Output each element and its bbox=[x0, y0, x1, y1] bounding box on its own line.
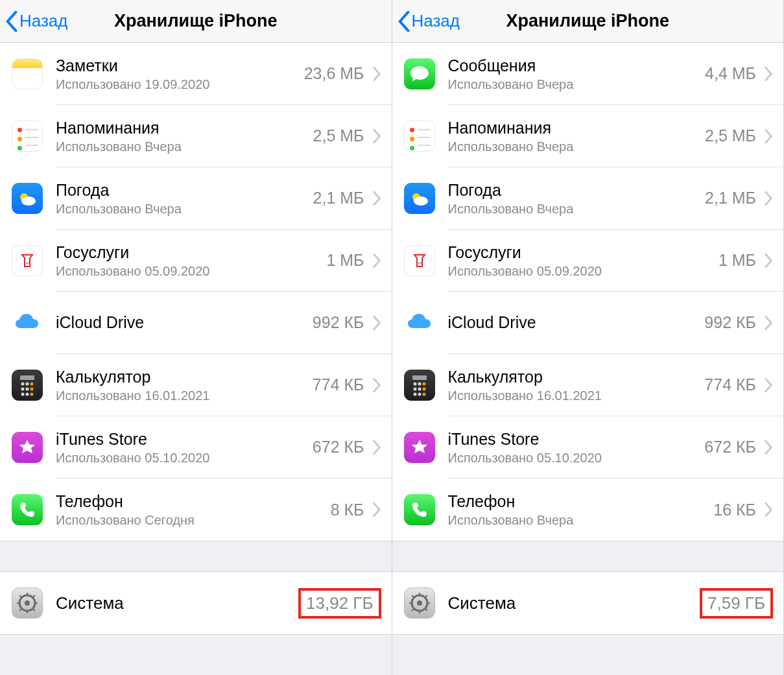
itunes-store-icon bbox=[404, 432, 435, 463]
app-last-used: Использовано Вчера bbox=[448, 201, 706, 217]
svg-point-7 bbox=[21, 388, 25, 391]
svg-line-44 bbox=[425, 595, 427, 597]
chevron-right-icon bbox=[764, 378, 773, 392]
app-storage-list: Сообщения Использовано Вчера 4,4 МБ Напо… bbox=[392, 43, 784, 541]
app-storage-list: Заметки Использовано 19.09.2020 23,6 МБ … bbox=[0, 43, 392, 541]
app-name: iTunes Store bbox=[448, 429, 705, 449]
app-row-weather[interactable]: Погода Использовано Вчера 2,1 МБ bbox=[0, 167, 392, 230]
app-row-reminders[interactable]: Напоминания Использовано Вчера 2,5 МБ bbox=[0, 105, 392, 167]
svg-point-10 bbox=[21, 393, 25, 396]
app-size: 672 КБ bbox=[313, 438, 364, 456]
highlight-annotation: 13,92 ГБ bbox=[298, 588, 381, 619]
svg-point-30 bbox=[413, 388, 416, 391]
app-last-used: Использовано 05.10.2020 bbox=[448, 450, 705, 466]
chevron-right-icon bbox=[764, 440, 773, 455]
app-row-calculator[interactable]: Калькулятор Использовано 16.01.2021 774 … bbox=[392, 354, 784, 416]
system-section: Система 7,59 ГБ bbox=[392, 572, 784, 634]
weather-icon bbox=[404, 183, 435, 214]
app-row-icloud-drive[interactable]: iCloud Drive 992 КБ bbox=[0, 292, 392, 354]
bottom-spacer bbox=[0, 634, 392, 675]
reminders-icon bbox=[12, 121, 43, 152]
app-name: Телефон bbox=[448, 491, 714, 511]
chevron-left-icon bbox=[398, 11, 410, 32]
app-size: 1 МБ bbox=[326, 251, 364, 270]
app-name: iTunes Store bbox=[56, 429, 313, 449]
system-row[interactable]: Система 13,92 ГБ bbox=[0, 572, 392, 634]
svg-point-1 bbox=[21, 196, 36, 206]
app-size: 992 КБ bbox=[704, 313, 756, 332]
bottom-spacer bbox=[392, 634, 784, 675]
settings-icon bbox=[12, 587, 43, 619]
app-last-used: Использовано Сегодня bbox=[56, 512, 331, 528]
app-row-icloud-drive[interactable]: iCloud Drive 992 КБ bbox=[392, 292, 784, 354]
back-label: Назад bbox=[412, 11, 460, 31]
svg-point-35 bbox=[422, 393, 425, 396]
app-name: Заметки bbox=[56, 56, 304, 75]
app-name: Погода bbox=[56, 180, 313, 200]
system-row[interactable]: Система 7,59 ГБ bbox=[392, 572, 784, 634]
app-last-used: Использовано Вчера bbox=[448, 77, 706, 92]
nav-header: Назад Хранилище iPhone bbox=[0, 0, 392, 43]
svg-line-21 bbox=[33, 595, 35, 597]
app-last-used: Использовано Вчера bbox=[448, 139, 706, 154]
chevron-right-icon bbox=[764, 67, 773, 81]
storage-pane-right: Назад Хранилище iPhone Сообщения Использ… bbox=[392, 0, 785, 675]
svg-point-33 bbox=[413, 393, 416, 396]
app-name: Госуслуги bbox=[56, 243, 326, 262]
gosuslugi-icon: гос bbox=[12, 245, 43, 276]
svg-text:гос: гос bbox=[25, 261, 30, 265]
svg-point-24 bbox=[414, 196, 428, 206]
notes-icon bbox=[12, 58, 43, 89]
app-row-weather[interactable]: Погода Использовано Вчера 2,1 МБ bbox=[392, 167, 784, 230]
svg-point-29 bbox=[422, 383, 425, 386]
app-row-itunes-store[interactable]: iTunes Store Использовано 05.10.2020 672… bbox=[392, 416, 784, 479]
app-row-reminders[interactable]: Напоминания Использовано Вчера 2,5 МБ bbox=[392, 105, 784, 167]
app-size: 2,5 МБ bbox=[313, 126, 364, 145]
system-size: 7,59 ГБ bbox=[707, 593, 765, 613]
svg-text:гос: гос bbox=[416, 261, 422, 265]
app-row-messages[interactable]: Сообщения Использовано Вчера 4,4 МБ bbox=[392, 43, 784, 105]
chevron-right-icon bbox=[764, 254, 773, 268]
app-last-used: Использовано 05.09.2020 bbox=[448, 263, 719, 279]
app-row-itunes-store[interactable]: iTunes Store Использовано 05.10.2020 672… bbox=[0, 416, 392, 479]
nav-header: Назад Хранилище iPhone bbox=[392, 0, 784, 43]
icloud-drive-icon bbox=[12, 307, 43, 338]
chevron-right-icon bbox=[372, 191, 381, 206]
svg-point-32 bbox=[422, 388, 425, 391]
chevron-right-icon bbox=[372, 503, 381, 517]
app-size: 2,1 МБ bbox=[705, 189, 756, 207]
svg-line-43 bbox=[425, 609, 427, 611]
chevron-right-icon bbox=[372, 378, 381, 392]
app-row-notes[interactable]: Заметки Использовано 19.09.2020 23,6 МБ bbox=[0, 43, 392, 105]
back-button[interactable]: Назад bbox=[398, 11, 460, 32]
chevron-right-icon bbox=[764, 129, 773, 143]
svg-rect-26 bbox=[412, 375, 427, 380]
reminders-icon bbox=[404, 121, 435, 152]
system-label: Система bbox=[56, 593, 293, 613]
app-name: Госуслуги bbox=[448, 243, 719, 262]
messages-icon bbox=[404, 58, 435, 89]
app-last-used: Использовано Вчера bbox=[56, 201, 313, 217]
system-size: 13,92 ГБ bbox=[306, 593, 373, 613]
back-button[interactable]: Назад bbox=[5, 11, 68, 32]
app-row-calculator[interactable]: Калькулятор Использовано 16.01.2021 774 … bbox=[0, 354, 392, 416]
app-size: 16 КБ bbox=[713, 501, 756, 519]
chevron-right-icon bbox=[764, 316, 773, 330]
app-size: 2,5 МБ bbox=[705, 126, 756, 145]
gosuslugi-icon: гос bbox=[404, 245, 435, 276]
app-row-phone[interactable]: Телефон Использовано Вчера 16 КБ bbox=[392, 479, 784, 541]
app-last-used: Использовано Вчера bbox=[448, 512, 714, 528]
app-row-phone[interactable]: Телефон Использовано Сегодня 8 КБ bbox=[0, 479, 392, 541]
app-row-gosuslugi[interactable]: гос Госуслуги Использовано 05.09.2020 1 … bbox=[0, 230, 392, 292]
app-size: 2,1 МБ bbox=[313, 189, 364, 207]
app-name: Сообщения bbox=[448, 56, 706, 75]
svg-line-19 bbox=[19, 595, 21, 597]
settings-icon bbox=[404, 587, 435, 619]
app-row-gosuslugi[interactable]: гос Госуслуги Использовано 05.09.2020 1 … bbox=[392, 230, 784, 292]
app-last-used: Использовано 16.01.2021 bbox=[448, 388, 705, 403]
back-label: Назад bbox=[19, 11, 68, 31]
chevron-right-icon bbox=[372, 440, 381, 455]
app-size: 8 КБ bbox=[331, 501, 364, 519]
svg-point-12 bbox=[30, 393, 34, 396]
app-name: iCloud Drive bbox=[56, 313, 313, 332]
